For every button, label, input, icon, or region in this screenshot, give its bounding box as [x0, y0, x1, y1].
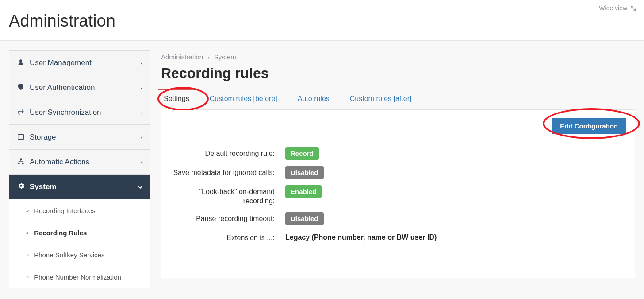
tab-custom-rules-after[interactable]: Custom rules [after]: [347, 89, 414, 109]
row-pause-recording-timeout: Pause recording timeout: Disabled: [170, 212, 626, 225]
page-title: Administration: [9, 12, 115, 31]
double-chevron-icon: »: [26, 230, 29, 235]
row-default-recording-rule: Default recording rule: Record: [170, 147, 626, 160]
chevron-left-icon: ‹: [141, 134, 143, 141]
svg-rect-4: [18, 163, 20, 164]
tabs: Settings Custom rules [before] Auto rule…: [161, 89, 635, 110]
row-label: Pause recording timeout:: [170, 212, 285, 224]
sidebar-item-label: User Authentication: [30, 83, 141, 92]
sidebar-subitem-label: Phone Number Normalization: [34, 273, 121, 281]
sidebar-item-label: Storage: [30, 133, 141, 142]
sidebar-item-user-management[interactable]: User Management ‹: [9, 50, 150, 75]
expand-icon: [631, 6, 636, 11]
breadcrumb: Administration › System: [161, 53, 635, 61]
row-label: Default recording rule:: [170, 147, 285, 159]
sidebar-subitem-label: Recording Interfaces: [34, 207, 95, 214]
shield-user-icon: [16, 83, 25, 92]
sidebar-subitem-phone-number-normalization[interactable]: » Phone Number Normalization: [9, 266, 150, 288]
svg-rect-5: [22, 163, 24, 164]
sidebar-item-automatic-actions[interactable]: Automatic Actions ‹: [9, 150, 150, 175]
row-label: Save metadata for ignored calls:: [170, 166, 285, 178]
sidebar-item-label: User Synchronization: [30, 108, 141, 117]
double-chevron-icon: »: [26, 274, 29, 280]
svg-rect-3: [20, 158, 22, 160]
section-heading: Recording rules: [161, 65, 635, 82]
tab-auto-rules[interactable]: Auto rules: [295, 89, 332, 109]
chevron-left-icon: ‹: [141, 109, 143, 116]
row-extension-is: Extension is ...: Legacy (Phone number, …: [170, 231, 626, 243]
svg-point-2: [19, 136, 19, 137]
wide-view-label: Wide view: [599, 4, 627, 12]
definition-list: Default recording rule: Record Save meta…: [170, 147, 626, 242]
breadcrumb-leaf: System: [214, 53, 236, 61]
row-lookback-ondemand-recording: "Look-back" on-demand recording: Enabled: [170, 185, 626, 206]
sidebar-subitem-phone-softkey-services[interactable]: » Phone Softkey Services: [9, 244, 150, 266]
chevron-right-icon: ›: [207, 54, 209, 61]
chevron-left-icon: ‹: [141, 159, 143, 166]
edit-configuration-button[interactable]: Edit Configuration: [552, 118, 626, 134]
sitemap-icon: [16, 158, 25, 167]
main-content: Administration › System Recording rules …: [161, 50, 635, 299]
row-label: Extension is ...:: [170, 231, 285, 243]
svg-point-0: [19, 59, 22, 62]
double-chevron-icon: »: [26, 252, 29, 257]
sidebar-subitem-recording-interfaces[interactable]: » Recording Interfaces: [9, 199, 150, 221]
settings-panel: Edit Configuration Default recording rul…: [161, 110, 635, 278]
tab-settings[interactable]: Settings: [161, 89, 192, 109]
sidebar-item-system[interactable]: System: [9, 175, 150, 199]
status-badge: Record: [285, 147, 319, 160]
sync-icon: [16, 108, 25, 117]
gear-icon: [16, 183, 25, 191]
sidebar-item-user-synchronization[interactable]: User Synchronization ‹: [9, 100, 150, 125]
sidebar: User Management ‹ User Authentication ‹ …: [9, 50, 150, 299]
sidebar-sublist-system: » Recording Interfaces » Recording Rules…: [9, 199, 150, 288]
row-save-metadata-ignored-calls: Save metadata for ignored calls: Disable…: [170, 166, 626, 179]
wide-view-toggle[interactable]: Wide view: [599, 4, 636, 12]
sidebar-item-label: Automatic Actions: [30, 158, 141, 167]
chevron-left-icon: ‹: [141, 84, 143, 91]
sidebar-item-storage[interactable]: Storage ‹: [9, 125, 150, 150]
sidebar-item-label: System: [30, 183, 138, 191]
sidebar-subitem-label: Phone Softkey Services: [34, 251, 104, 259]
double-chevron-icon: »: [26, 208, 29, 213]
chevron-left-icon: ‹: [141, 59, 143, 66]
status-badge: Disabled: [285, 212, 324, 225]
status-badge: Enabled: [285, 185, 322, 198]
sidebar-subitem-label: Recording Rules: [34, 229, 87, 237]
row-value: Legacy (Phone number, name or BW user ID…: [285, 231, 626, 241]
tab-custom-rules-before[interactable]: Custom rules [before]: [207, 89, 280, 109]
sidebar-item-label: User Management: [30, 58, 141, 67]
storage-icon: [16, 133, 25, 142]
user-icon: [16, 58, 25, 67]
sidebar-item-user-authentication[interactable]: User Authentication ‹: [9, 75, 150, 100]
chevron-down-icon: [138, 183, 143, 190]
breadcrumb-root[interactable]: Administration: [161, 53, 203, 61]
row-label: "Look-back" on-demand recording:: [170, 185, 285, 206]
sidebar-subitem-recording-rules[interactable]: » Recording Rules: [9, 221, 150, 244]
status-badge: Disabled: [285, 166, 324, 179]
